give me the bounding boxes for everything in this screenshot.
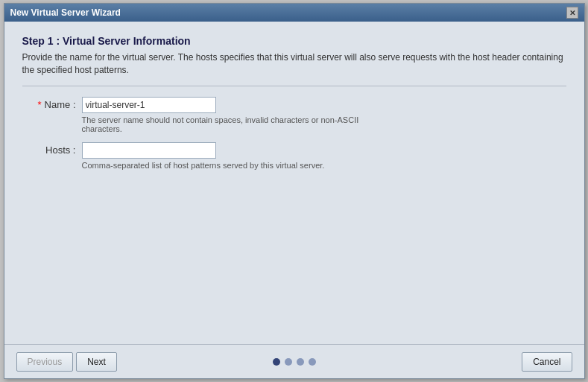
step-title: Step 1 : Virtual Server Information bbox=[22, 35, 566, 47]
footer-left: Previous Next bbox=[16, 352, 117, 372]
title-bar: New Virtual Server Wizard ✕ bbox=[4, 4, 584, 22]
next-button[interactable]: Next bbox=[76, 352, 117, 372]
name-label: *Name : bbox=[22, 97, 82, 110]
required-star: * bbox=[38, 99, 42, 110]
hosts-field-group: Comma-separated list of host patterns se… bbox=[82, 142, 325, 170]
form-section: *Name : The server name should not conta… bbox=[22, 97, 566, 170]
name-input[interactable] bbox=[82, 97, 216, 113]
content-area: Step 1 : Virtual Server Information Prov… bbox=[4, 22, 584, 344]
name-field-group: The server name should not contain space… bbox=[82, 97, 395, 133]
dot-1 bbox=[273, 358, 280, 366]
dot-3 bbox=[297, 358, 304, 366]
hosts-hint: Comma-separated list of host patterns se… bbox=[82, 161, 325, 170]
dot-2 bbox=[285, 358, 292, 366]
footer-right: Cancel bbox=[522, 352, 572, 372]
dialog: New Virtual Server Wizard ✕ Step 1 : Vir… bbox=[4, 3, 585, 379]
pagination-dots bbox=[273, 358, 316, 366]
hosts-row: Hosts : Comma-separated list of host pat… bbox=[22, 142, 566, 170]
name-hint: The server name should not contain space… bbox=[82, 115, 395, 133]
hosts-input[interactable] bbox=[82, 142, 216, 159]
step-description: Provide the name for the virtual server.… bbox=[22, 51, 566, 86]
previous-button[interactable]: Previous bbox=[16, 352, 74, 372]
dialog-title: New Virtual Server Wizard bbox=[10, 7, 121, 18]
close-button[interactable]: ✕ bbox=[566, 7, 578, 19]
name-row: *Name : The server name should not conta… bbox=[22, 97, 566, 133]
hosts-label: Hosts : bbox=[22, 142, 82, 156]
footer: Previous Next Cancel bbox=[4, 344, 584, 378]
cancel-button[interactable]: Cancel bbox=[522, 352, 572, 372]
dot-4 bbox=[309, 358, 316, 366]
